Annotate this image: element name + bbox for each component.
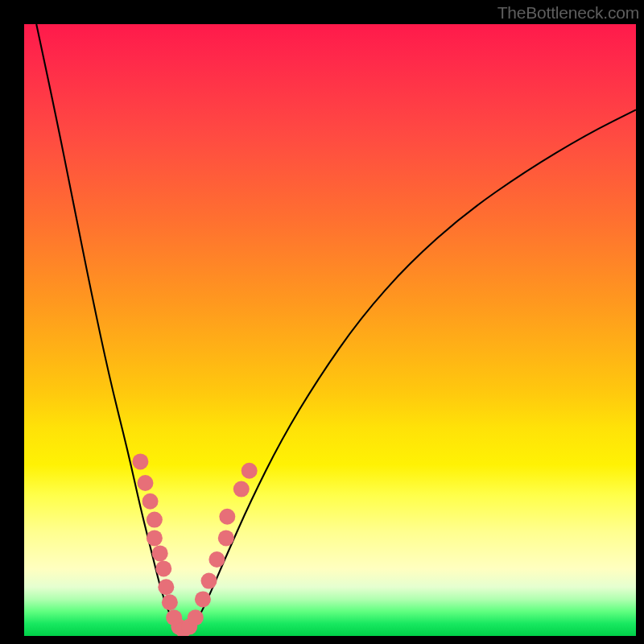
data-marker <box>162 594 178 610</box>
watermark-text: TheBottleneck.com <box>497 3 639 23</box>
data-marker <box>188 609 204 625</box>
data-marker <box>158 579 174 595</box>
data-marker <box>195 591 211 607</box>
data-marker <box>155 560 171 576</box>
data-marker <box>219 509 235 525</box>
bottleneck-curve <box>36 24 636 635</box>
chart-frame: TheBottleneck.com <box>0 0 644 644</box>
data-marker <box>132 453 148 469</box>
chart-svg <box>24 24 636 636</box>
data-marker <box>242 463 258 479</box>
data-marker <box>233 481 250 497</box>
data-marker <box>142 493 159 510</box>
data-marker <box>137 475 153 491</box>
plot-area <box>24 24 636 636</box>
data-marker <box>218 530 234 546</box>
data-marker <box>201 573 217 589</box>
data-marker <box>152 545 168 561</box>
data-marker <box>147 512 163 528</box>
data-marker <box>208 551 225 568</box>
data-marker <box>147 530 163 546</box>
marker-group <box>132 453 257 636</box>
